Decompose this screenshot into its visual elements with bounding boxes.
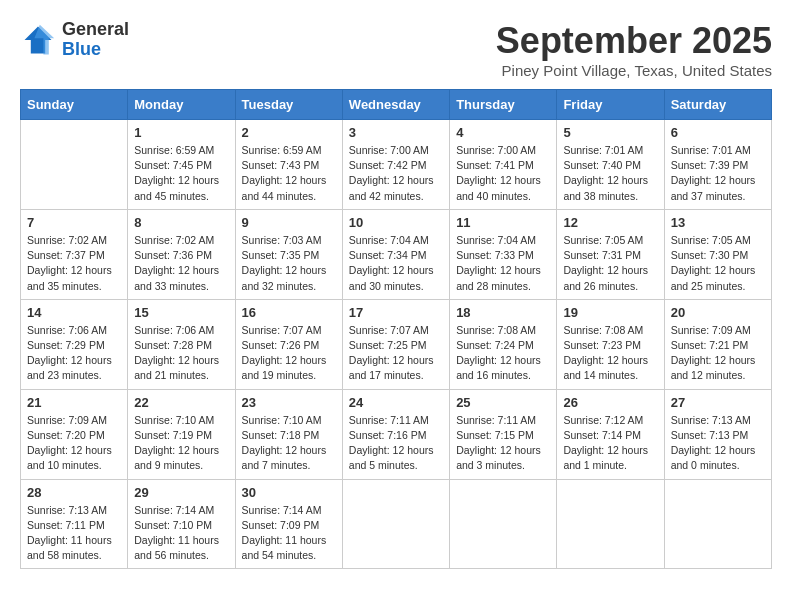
- week-row-5: 28Sunrise: 7:13 AMSunset: 7:11 PMDayligh…: [21, 479, 772, 569]
- calendar-cell: 30Sunrise: 7:14 AMSunset: 7:09 PMDayligh…: [235, 479, 342, 569]
- calendar-cell: 14Sunrise: 7:06 AMSunset: 7:29 PMDayligh…: [21, 299, 128, 389]
- day-info: Sunrise: 7:05 AMSunset: 7:31 PMDaylight:…: [563, 233, 657, 294]
- day-info: Sunrise: 7:02 AMSunset: 7:37 PMDaylight:…: [27, 233, 121, 294]
- header: General Blue September 2025 Piney Point …: [20, 20, 772, 79]
- day-info: Sunrise: 7:14 AMSunset: 7:09 PMDaylight:…: [242, 503, 336, 564]
- day-number: 14: [27, 305, 121, 320]
- day-number: 25: [456, 395, 550, 410]
- day-number: 2: [242, 125, 336, 140]
- day-info: Sunrise: 7:04 AMSunset: 7:34 PMDaylight:…: [349, 233, 443, 294]
- weekday-header-thursday: Thursday: [450, 90, 557, 120]
- day-number: 4: [456, 125, 550, 140]
- day-info: Sunrise: 6:59 AMSunset: 7:45 PMDaylight:…: [134, 143, 228, 204]
- week-row-2: 7Sunrise: 7:02 AMSunset: 7:37 PMDaylight…: [21, 209, 772, 299]
- day-info: Sunrise: 7:09 AMSunset: 7:21 PMDaylight:…: [671, 323, 765, 384]
- calendar-cell: [557, 479, 664, 569]
- calendar-cell: 15Sunrise: 7:06 AMSunset: 7:28 PMDayligh…: [128, 299, 235, 389]
- calendar-cell: 18Sunrise: 7:08 AMSunset: 7:24 PMDayligh…: [450, 299, 557, 389]
- day-info: Sunrise: 7:03 AMSunset: 7:35 PMDaylight:…: [242, 233, 336, 294]
- calendar-cell: 20Sunrise: 7:09 AMSunset: 7:21 PMDayligh…: [664, 299, 771, 389]
- calendar-cell: 9Sunrise: 7:03 AMSunset: 7:35 PMDaylight…: [235, 209, 342, 299]
- title-section: September 2025 Piney Point Village, Texa…: [496, 20, 772, 79]
- calendar-cell: 26Sunrise: 7:12 AMSunset: 7:14 PMDayligh…: [557, 389, 664, 479]
- day-info: Sunrise: 7:07 AMSunset: 7:25 PMDaylight:…: [349, 323, 443, 384]
- weekday-header-wednesday: Wednesday: [342, 90, 449, 120]
- calendar-cell: 19Sunrise: 7:08 AMSunset: 7:23 PMDayligh…: [557, 299, 664, 389]
- day-number: 27: [671, 395, 765, 410]
- calendar-cell: 2Sunrise: 6:59 AMSunset: 7:43 PMDaylight…: [235, 120, 342, 210]
- day-number: 23: [242, 395, 336, 410]
- calendar-cell: 5Sunrise: 7:01 AMSunset: 7:40 PMDaylight…: [557, 120, 664, 210]
- logo-icon: [20, 22, 56, 58]
- weekday-header-friday: Friday: [557, 90, 664, 120]
- calendar-cell: 12Sunrise: 7:05 AMSunset: 7:31 PMDayligh…: [557, 209, 664, 299]
- calendar-cell: 13Sunrise: 7:05 AMSunset: 7:30 PMDayligh…: [664, 209, 771, 299]
- day-number: 22: [134, 395, 228, 410]
- calendar-table: SundayMondayTuesdayWednesdayThursdayFrid…: [20, 89, 772, 569]
- day-number: 24: [349, 395, 443, 410]
- day-info: Sunrise: 7:00 AMSunset: 7:41 PMDaylight:…: [456, 143, 550, 204]
- month-title: September 2025: [496, 20, 772, 62]
- weekday-header-sunday: Sunday: [21, 90, 128, 120]
- calendar-cell: 17Sunrise: 7:07 AMSunset: 7:25 PMDayligh…: [342, 299, 449, 389]
- logo: General Blue: [20, 20, 129, 60]
- day-number: 26: [563, 395, 657, 410]
- day-info: Sunrise: 7:14 AMSunset: 7:10 PMDaylight:…: [134, 503, 228, 564]
- calendar-cell: 10Sunrise: 7:04 AMSunset: 7:34 PMDayligh…: [342, 209, 449, 299]
- day-info: Sunrise: 7:08 AMSunset: 7:24 PMDaylight:…: [456, 323, 550, 384]
- day-number: 3: [349, 125, 443, 140]
- logo-text: General Blue: [62, 20, 129, 60]
- calendar-cell: [664, 479, 771, 569]
- day-number: 29: [134, 485, 228, 500]
- calendar-cell: 4Sunrise: 7:00 AMSunset: 7:41 PMDaylight…: [450, 120, 557, 210]
- day-info: Sunrise: 7:08 AMSunset: 7:23 PMDaylight:…: [563, 323, 657, 384]
- calendar-cell: [342, 479, 449, 569]
- day-info: Sunrise: 7:00 AMSunset: 7:42 PMDaylight:…: [349, 143, 443, 204]
- weekday-header-tuesday: Tuesday: [235, 90, 342, 120]
- day-info: Sunrise: 7:11 AMSunset: 7:16 PMDaylight:…: [349, 413, 443, 474]
- location: Piney Point Village, Texas, United State…: [496, 62, 772, 79]
- day-info: Sunrise: 7:01 AMSunset: 7:39 PMDaylight:…: [671, 143, 765, 204]
- week-row-3: 14Sunrise: 7:06 AMSunset: 7:29 PMDayligh…: [21, 299, 772, 389]
- calendar-cell: 24Sunrise: 7:11 AMSunset: 7:16 PMDayligh…: [342, 389, 449, 479]
- day-number: 18: [456, 305, 550, 320]
- day-info: Sunrise: 7:10 AMSunset: 7:19 PMDaylight:…: [134, 413, 228, 474]
- calendar-cell: 21Sunrise: 7:09 AMSunset: 7:20 PMDayligh…: [21, 389, 128, 479]
- day-number: 21: [27, 395, 121, 410]
- day-info: Sunrise: 7:06 AMSunset: 7:29 PMDaylight:…: [27, 323, 121, 384]
- day-info: Sunrise: 7:11 AMSunset: 7:15 PMDaylight:…: [456, 413, 550, 474]
- week-row-1: 1Sunrise: 6:59 AMSunset: 7:45 PMDaylight…: [21, 120, 772, 210]
- calendar-cell: 8Sunrise: 7:02 AMSunset: 7:36 PMDaylight…: [128, 209, 235, 299]
- day-number: 10: [349, 215, 443, 230]
- calendar-cell: 27Sunrise: 7:13 AMSunset: 7:13 PMDayligh…: [664, 389, 771, 479]
- day-number: 15: [134, 305, 228, 320]
- calendar-cell: 25Sunrise: 7:11 AMSunset: 7:15 PMDayligh…: [450, 389, 557, 479]
- day-info: Sunrise: 7:09 AMSunset: 7:20 PMDaylight:…: [27, 413, 121, 474]
- calendar-cell: [450, 479, 557, 569]
- day-info: Sunrise: 7:04 AMSunset: 7:33 PMDaylight:…: [456, 233, 550, 294]
- day-number: 9: [242, 215, 336, 230]
- calendar-cell: 23Sunrise: 7:10 AMSunset: 7:18 PMDayligh…: [235, 389, 342, 479]
- day-number: 11: [456, 215, 550, 230]
- day-number: 5: [563, 125, 657, 140]
- day-number: 7: [27, 215, 121, 230]
- calendar-cell: 29Sunrise: 7:14 AMSunset: 7:10 PMDayligh…: [128, 479, 235, 569]
- calendar-cell: 3Sunrise: 7:00 AMSunset: 7:42 PMDaylight…: [342, 120, 449, 210]
- day-number: 13: [671, 215, 765, 230]
- weekday-header-monday: Monday: [128, 90, 235, 120]
- calendar-cell: 22Sunrise: 7:10 AMSunset: 7:19 PMDayligh…: [128, 389, 235, 479]
- calendar-cell: 28Sunrise: 7:13 AMSunset: 7:11 PMDayligh…: [21, 479, 128, 569]
- day-number: 1: [134, 125, 228, 140]
- day-info: Sunrise: 7:12 AMSunset: 7:14 PMDaylight:…: [563, 413, 657, 474]
- day-number: 8: [134, 215, 228, 230]
- calendar-cell: 6Sunrise: 7:01 AMSunset: 7:39 PMDaylight…: [664, 120, 771, 210]
- calendar-cell: 7Sunrise: 7:02 AMSunset: 7:37 PMDaylight…: [21, 209, 128, 299]
- day-number: 30: [242, 485, 336, 500]
- day-info: Sunrise: 7:07 AMSunset: 7:26 PMDaylight:…: [242, 323, 336, 384]
- day-info: Sunrise: 7:05 AMSunset: 7:30 PMDaylight:…: [671, 233, 765, 294]
- day-info: Sunrise: 7:13 AMSunset: 7:11 PMDaylight:…: [27, 503, 121, 564]
- day-number: 20: [671, 305, 765, 320]
- calendar-cell: [21, 120, 128, 210]
- day-number: 28: [27, 485, 121, 500]
- day-info: Sunrise: 7:13 AMSunset: 7:13 PMDaylight:…: [671, 413, 765, 474]
